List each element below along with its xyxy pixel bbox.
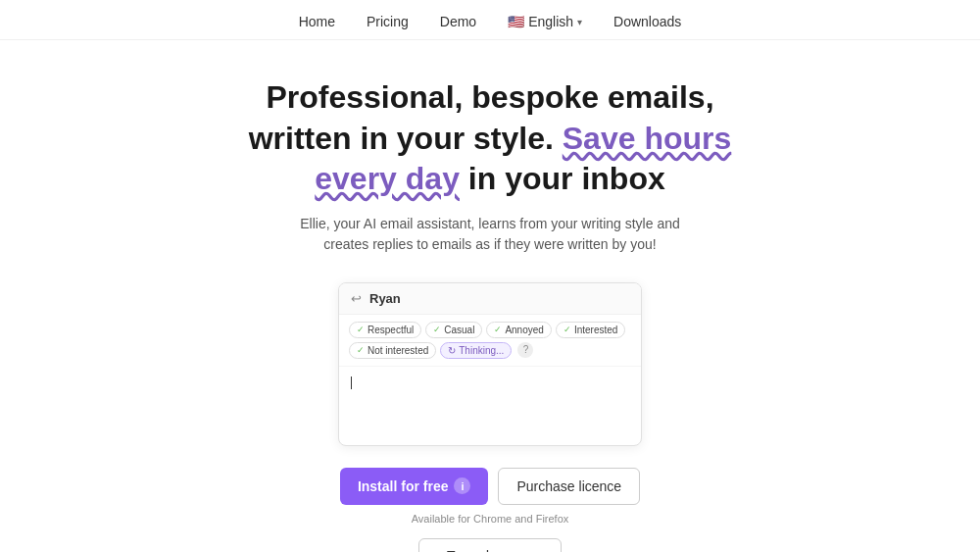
tag-thinking: ↻ Thinking... (440, 342, 512, 359)
tag-respectful[interactable]: ✓ Respectful (349, 322, 421, 338)
check-icon: ✓ (357, 345, 365, 355)
install-button[interactable]: Install for free i (340, 468, 489, 505)
demo-row: Try a demo → (0, 538, 980, 552)
flag-icon: 🇺🇸 (508, 14, 524, 29)
tag-help-button[interactable]: ? (517, 342, 533, 358)
navbar: Home Pricing Demo 🇺🇸 English ▾ Downloads (0, 0, 980, 40)
check-icon: ✓ (433, 325, 441, 334)
available-platforms-text: Available for Chrome and Firefox (0, 513, 980, 525)
nav-downloads[interactable]: Downloads (613, 14, 681, 29)
tag-casual[interactable]: ✓ Casual (425, 322, 482, 338)
tag-not-interested[interactable]: ✓ Not interested (349, 342, 436, 359)
cta-buttons-row: Install for free i Purchase licence (0, 468, 980, 505)
chevron-down-icon: ▾ (577, 17, 582, 27)
nav-home[interactable]: Home (299, 14, 335, 29)
email-body[interactable] (339, 367, 641, 445)
check-icon: ✓ (357, 325, 365, 334)
language-label: English (528, 14, 573, 29)
headline-text-3: in your inbox (460, 161, 665, 196)
hero-headline: Professional, bespoke emails, written in… (235, 77, 745, 200)
info-icon[interactable]: i (454, 477, 470, 494)
nav-pricing[interactable]: Pricing (367, 14, 409, 29)
check-icon: ✓ (494, 325, 502, 334)
try-demo-button[interactable]: Try a demo → (418, 538, 562, 552)
tag-annoyed[interactable]: ✓ Annoyed (486, 322, 551, 338)
purchase-button[interactable]: Purchase licence (498, 468, 640, 505)
email-tags-row: ✓ Respectful ✓ Casual ✓ Annoyed ✓ Intere… (339, 315, 641, 367)
text-cursor (351, 376, 352, 389)
email-preview-wrapper: ↩ Ryan ✓ Respectful ✓ Casual ✓ Annoyed ✓… (0, 282, 980, 446)
tag-interested[interactable]: ✓ Interested (556, 322, 625, 338)
back-icon: ↩ (351, 291, 362, 306)
hero-subtitle: Ellie, your AI email assistant, learns f… (284, 214, 696, 255)
nav-language-selector[interactable]: 🇺🇸 English ▾ (508, 14, 582, 29)
email-preview: ↩ Ryan ✓ Respectful ✓ Casual ✓ Annoyed ✓… (338, 282, 642, 446)
check-icon: ✓ (564, 325, 571, 334)
email-mock-header: ↩ Ryan (339, 283, 641, 315)
install-label: Install for free (358, 478, 449, 494)
sender-name: Ryan (369, 291, 401, 306)
spinner-icon: ↻ (448, 345, 456, 356)
nav-demo[interactable]: Demo (440, 14, 476, 29)
hero-section: Professional, bespoke emails, written in… (0, 40, 980, 282)
